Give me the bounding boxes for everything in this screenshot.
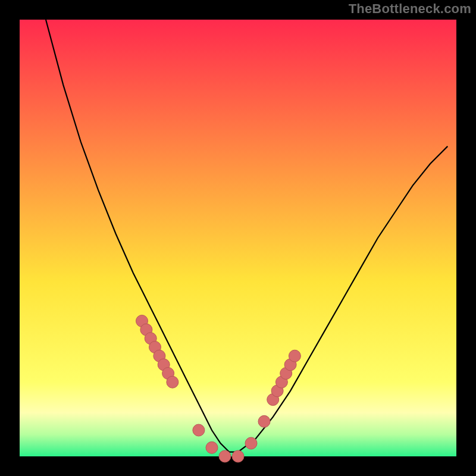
highlight-dot xyxy=(258,415,270,427)
chart-stage: { "watermark": "TheBottleneck.com", "col… xyxy=(0,0,476,476)
watermark-text: TheBottleneck.com xyxy=(349,1,471,17)
highlight-dot xyxy=(245,437,257,449)
highlight-dot xyxy=(232,450,244,462)
chart-svg xyxy=(0,0,476,476)
highlight-dot xyxy=(206,441,218,453)
highlight-dot xyxy=(167,376,178,388)
plot-area xyxy=(20,20,456,456)
highlight-dot xyxy=(219,450,231,462)
highlight-dot xyxy=(289,350,300,362)
highlight-dot xyxy=(193,424,205,436)
